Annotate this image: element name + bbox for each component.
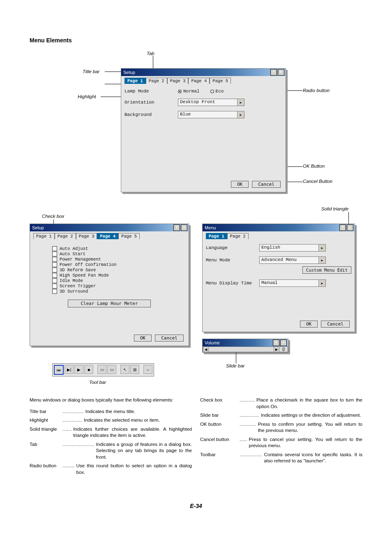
tab-page-3[interactable]: Page 3 [167,78,189,84]
menu-mode-value: Advanced Menu [260,257,318,263]
language-value: English [260,245,318,251]
cancel-button[interactable]: Cancel [321,321,350,328]
def-term: Cancel button [200,436,240,449]
close-icon[interactable]: × [278,69,284,76]
tool-step-icon[interactable]: ▶| [65,365,74,374]
cancel-button[interactable]: Cancel [155,335,184,342]
background-label: Background [125,112,178,117]
diagram-main: Title bar Tab Highlight Radio button OK … [30,48,362,204]
def-term: Title bar [30,409,62,415]
ok-button[interactable]: OK [231,181,249,188]
label-ok-button: OK Button [303,164,325,169]
checkbox[interactable] [52,289,57,294]
def-term: Check box [200,397,240,410]
tool-pointer-icon[interactable]: ↖ [120,365,129,374]
title-bar: Setup ? × [30,224,189,231]
checkbox[interactable] [52,268,57,272]
checkbox-label: Auto Start [60,252,85,256]
tab-page-2[interactable]: Page 2 [227,233,249,239]
title-bar: Menu ? × [203,224,355,231]
def-desc: Indicates further choices are available.… [73,426,192,439]
chevron-right-icon: ▶ [237,99,244,106]
help-icon[interactable]: ? [173,224,180,231]
tool-screen2-icon[interactable]: ▭ [107,365,116,374]
tool-rewind-icon[interactable]: ⏮ [54,365,64,375]
setup-window-page4: Setup ? × Page 1 Page 2 Page 3 Page 4 Pa… [30,224,189,346]
def-desc: Place a checkmark in the square box to t… [256,397,362,410]
def-desc: Indicates the menu title. [85,409,192,415]
slider-left-arrow-icon[interactable]: ◀ [203,346,209,352]
checkbox[interactable] [52,262,57,267]
tab-page-1[interactable]: Page 1 [206,233,227,239]
slider-right-arrow-icon[interactable]: ▶ [274,346,279,352]
window-title: Setup [31,225,173,230]
volume-window: Volume ? × ◀ ▶ 0 [202,339,288,353]
def-desc: Contains several icons for specific task… [264,452,362,464]
diagram-row-2: Check box Solid triangle Setup ? × Page … [30,212,362,389]
checkbox[interactable] [52,252,57,256]
volume-slider[interactable]: ◀ ▶ 0 [203,346,288,352]
ok-button[interactable]: OK [134,335,152,342]
clear-lamp-hour-button[interactable]: Clear Lamp Hour Meter [68,300,151,307]
chevron-right-icon: ▶ [318,280,325,286]
ok-button[interactable]: OK [300,321,318,328]
tab-page-1[interactable]: Page 1 [33,233,55,239]
orientation-value: Desktop Front [178,99,237,106]
window-title: Menu [204,225,339,230]
cancel-button[interactable]: Cancel [252,181,281,188]
tool-play-icon[interactable]: ▶ [74,365,83,374]
radio-eco[interactable] [210,90,214,93]
checkbox[interactable] [52,257,57,262]
checkbox-label: Power Off Confirmation [60,262,117,267]
setup-window: Setup ? × Page 1 Page 2 Page 3 Page 4 Pa… [121,68,286,192]
language-combo[interactable]: English ▶ [259,244,326,252]
help-icon[interactable]: ? [270,69,277,76]
radio-normal-label: Normal [183,89,200,94]
tab-page-5[interactable]: Page 5 [118,233,140,239]
definitions: Menu windows or dialog boxes typically h… [30,397,362,478]
tab-page-2[interactable]: Page 2 [55,233,76,239]
close-icon[interactable]: × [280,339,287,346]
tool-screen1-icon[interactable]: ▭ [97,365,106,374]
chevron-right-icon: ▶ [318,257,325,263]
window-title: Setup [122,70,270,75]
custom-menu-edit-button[interactable]: Custom Menu Edit [302,266,351,274]
tool-minus-icon[interactable]: – [143,365,152,374]
checkbox[interactable] [52,284,57,289]
title-bar: Volume ? × [203,339,288,346]
display-time-combo[interactable]: Manual ▶ [259,279,326,287]
menu-mode-label: Menu Mode [206,258,259,263]
tool-grid-icon[interactable]: ⊞ [130,365,139,374]
tab-page-2[interactable]: Page 2 [146,78,167,84]
checkbox[interactable] [52,278,57,283]
label-check-box: Check box [42,214,64,219]
tab-page-1[interactable]: Page 1 [125,78,146,84]
def-desc: Press to cancel your setting. You will r… [249,436,362,449]
tab-page-3[interactable]: Page 3 [76,233,97,239]
checkbox-label: 3D Surround [60,289,88,294]
def-desc: Indicates settings or the direction of a… [261,412,362,419]
close-icon[interactable]: × [181,224,187,231]
def-desc: Indicates a group of features in a dialo… [96,441,192,461]
tool-stop-icon[interactable]: ■ [84,365,93,374]
label-tool-bar: Tool bar [89,380,106,385]
window-title: Volume [204,340,272,345]
label-title-bar: Title bar [83,69,99,74]
def-term: Slide bar [200,412,240,419]
orientation-combo[interactable]: Desktop Front ▶ [178,99,244,106]
chevron-right-icon: ▶ [237,111,244,118]
help-icon[interactable]: ? [339,224,346,231]
label-slide-bar: Slide bar [226,363,244,368]
menu-mode-combo[interactable]: Advanced Menu ▶ [259,256,326,264]
tab-page-4[interactable]: Page 4 [188,78,210,84]
help-icon[interactable]: ? [273,339,279,346]
checkbox[interactable] [52,246,57,251]
close-icon[interactable]: × [347,224,353,231]
display-time-label: Menu Display Time [206,281,259,286]
background-combo[interactable]: Blue ▶ [178,111,244,118]
tab-page-5[interactable]: Page 5 [210,78,231,84]
checkbox[interactable] [52,273,57,278]
def-term: Radio button [30,463,62,476]
tab-page-4[interactable]: Page 4 [97,233,118,239]
radio-normal[interactable] [178,90,182,93]
